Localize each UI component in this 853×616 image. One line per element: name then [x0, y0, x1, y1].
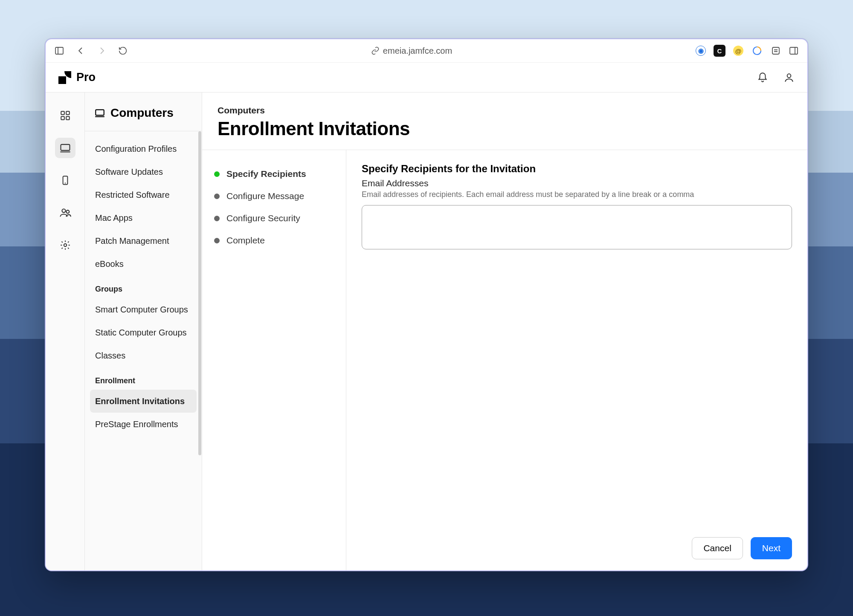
extension-icon-2[interactable]: C	[714, 45, 725, 57]
sidebar-item-classes[interactable]: Classes	[90, 344, 197, 367]
footer-actions: Cancel Next	[202, 529, 807, 570]
nav-rail	[46, 93, 85, 570]
sidebar-item-prestage-enrollments[interactable]: PreStage Enrollments	[90, 413, 197, 436]
step-configure-security[interactable]: Configure Security	[214, 207, 334, 229]
email-addresses-input[interactable]	[362, 205, 792, 249]
svg-rect-12	[61, 145, 70, 150]
app-header: Pro	[46, 63, 807, 93]
svg-point-18	[64, 244, 67, 247]
rail-devices[interactable]	[55, 170, 75, 191]
next-button[interactable]: Next	[751, 537, 792, 559]
svg-point-17	[66, 210, 69, 213]
app-brand[interactable]: Pro	[58, 71, 96, 84]
sidebar-item-software-updates[interactable]: Software Updates	[90, 160, 197, 183]
step-configure-message[interactable]: Configure Message	[214, 185, 334, 207]
sidebar-item-patch-management[interactable]: Patch Management	[90, 229, 197, 252]
sidebar-item-ebooks[interactable]: eBooks	[90, 252, 197, 275]
form-help-text: Email addresses of recipients. Each emai…	[362, 190, 792, 199]
sidebar-item-configuration-profiles[interactable]: Configuration Profiles	[90, 137, 197, 160]
browser-toolbar: emeia.jamfce.com ◉ C @	[46, 39, 807, 63]
notifications-icon[interactable]	[757, 72, 768, 83]
extension-icon-1[interactable]: ◉	[696, 46, 706, 56]
scrollbar[interactable]	[198, 131, 201, 455]
step-label: Configure Security	[226, 213, 300, 223]
step-label: Specify Recipients	[226, 169, 306, 179]
brand-text: Pro	[76, 71, 96, 84]
page-title: Enrollment Invitations	[218, 118, 792, 139]
step-dot-icon	[214, 171, 220, 177]
step-specify-recipients[interactable]: Specify Recipients	[214, 163, 334, 185]
sidebar-toggle-icon[interactable]	[54, 46, 64, 56]
form-label-email: Email Addresses	[362, 178, 792, 188]
url-text[interactable]: emeia.jamfce.com	[383, 46, 452, 56]
extension-icon-4[interactable]	[751, 45, 763, 57]
sidebar-title-text: Computers	[110, 106, 174, 120]
step-dot-icon	[214, 238, 220, 243]
step-dot-icon	[214, 194, 220, 199]
step-dot-icon	[214, 216, 220, 221]
sidebar-section-enrollment: Enrollment	[90, 367, 197, 390]
step-label: Complete	[226, 235, 265, 246]
svg-point-16	[62, 209, 65, 212]
panel-toggle-icon[interactable]	[789, 46, 799, 56]
svg-rect-0	[55, 47, 63, 54]
svg-rect-11	[66, 116, 70, 120]
svg-rect-5	[790, 47, 798, 54]
extension-icon-5[interactable]	[771, 46, 781, 56]
extension-icon-3[interactable]: @	[733, 46, 743, 56]
forward-icon[interactable]	[97, 46, 107, 56]
svg-rect-9	[66, 111, 70, 115]
svg-rect-10	[61, 116, 64, 120]
content: Computers Enrollment Invitations Specify…	[202, 93, 807, 570]
sidebar-item-restricted-software[interactable]: Restricted Software	[90, 183, 197, 206]
svg-rect-19	[96, 110, 104, 115]
svg-rect-2	[772, 47, 779, 54]
svg-point-7	[787, 74, 791, 78]
form-heading: Specify Recipients for the Invitation	[362, 163, 792, 175]
step-complete[interactable]: Complete	[214, 229, 334, 252]
sidebar-item-smart-computer-groups[interactable]: Smart Computer Groups	[90, 298, 197, 321]
app-logo-icon	[58, 71, 71, 84]
wizard-steps: Specify Recipients Configure Message Con…	[202, 150, 346, 570]
sidebar: Computers Configuration Profiles Softwar…	[85, 93, 202, 570]
sidebar-item-enrollment-invitations[interactable]: Enrollment Invitations	[90, 390, 197, 413]
rail-computers[interactable]	[55, 138, 75, 158]
sidebar-title: Computers	[85, 93, 202, 131]
back-icon[interactable]	[75, 46, 86, 56]
sidebar-item-mac-apps[interactable]: Mac Apps	[90, 206, 197, 229]
user-icon[interactable]	[783, 72, 795, 83]
svg-rect-8	[61, 111, 64, 115]
rail-dashboard[interactable]	[55, 105, 75, 126]
rail-settings[interactable]	[55, 235, 75, 255]
browser-window: emeia.jamfce.com ◉ C @ Pro	[45, 38, 808, 571]
sidebar-section-groups: Groups	[90, 275, 197, 298]
step-label: Configure Message	[226, 191, 304, 201]
link-icon	[371, 46, 380, 55]
cancel-button[interactable]: Cancel	[692, 537, 743, 559]
sidebar-item-static-computer-groups[interactable]: Static Computer Groups	[90, 321, 197, 344]
reload-icon[interactable]	[118, 46, 128, 55]
breadcrumb[interactable]: Computers	[218, 105, 792, 116]
rail-users[interactable]	[55, 202, 75, 223]
